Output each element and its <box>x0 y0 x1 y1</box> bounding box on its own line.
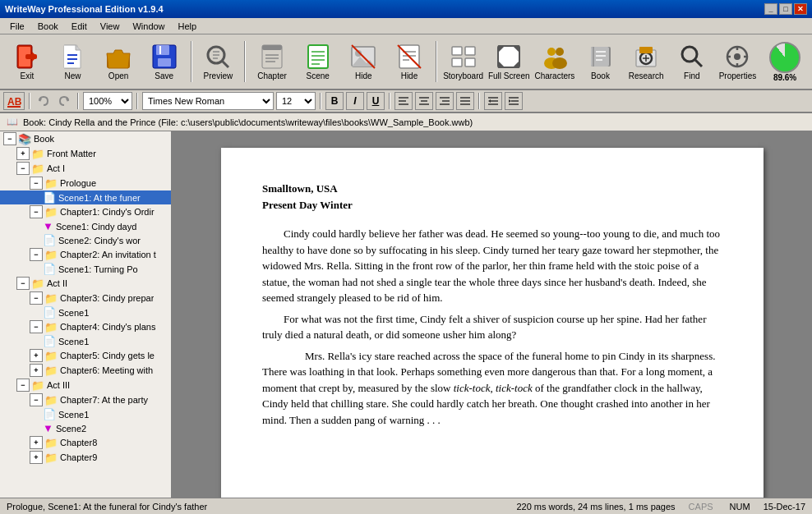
new-button[interactable]: New <box>51 38 95 85</box>
fullscreen-button[interactable]: Full Screen <box>487 38 531 85</box>
act-iii-icon: 📁 <box>31 379 44 392</box>
book-button[interactable]: Book <box>579 38 623 85</box>
italic-button[interactable]: I <box>346 92 364 110</box>
sidebar-item-chapter4[interactable]: − 📁 Chapter4: Cindy's plans <box>0 319 171 334</box>
close-button[interactable]: ✕ <box>794 3 807 15</box>
sidebar-item-front-matter[interactable]: + 📁 Front Matter <box>0 146 171 161</box>
expand-chapter4[interactable]: − <box>30 320 43 333</box>
zoom-select[interactable]: 100% <box>83 92 132 110</box>
expand-chapter1[interactable]: − <box>30 205 43 218</box>
expand-front-matter[interactable]: + <box>16 147 30 160</box>
act-i-label: Act I <box>47 163 65 173</box>
sidebar-item-chapter2[interactable]: − 📁 Chapter2: An invitation t <box>0 247 171 262</box>
sidebar-item-scene1-ch4[interactable]: 📄 Scene1 <box>0 334 171 348</box>
find-button[interactable]: Find <box>670 38 714 85</box>
format-sep-5 <box>389 93 390 109</box>
hide-format-button[interactable]: Hide <box>387 38 431 85</box>
font-size-select[interactable]: 12 <box>276 92 316 110</box>
align-center-button[interactable] <box>415 92 433 110</box>
redo-button[interactable] <box>55 92 73 110</box>
scene2-cindy-icon: 📄 <box>43 234 56 246</box>
expand-chapter2[interactable]: − <box>30 248 43 261</box>
paragraph-1[interactable]: Cindy could hardly believe her father wa… <box>262 226 722 306</box>
find-label: Find <box>684 71 699 80</box>
svg-rect-40 <box>452 58 462 67</box>
align-right-button[interactable] <box>436 92 454 110</box>
paragraph-3[interactable]: Mrs. Rella's icy stare reached across th… <box>262 348 722 429</box>
sidebar-item-chapter1[interactable]: − 📁 Chapter1: Cindy's Ordir <box>0 204 171 219</box>
open-button[interactable]: Open <box>96 38 141 85</box>
storyboard-button[interactable]: Storyboard <box>441 38 486 85</box>
sidebar-item-scene1-turning[interactable]: 📄 Scene1: Turning Po <box>0 262 171 276</box>
indent-increase-button[interactable] <box>505 92 523 110</box>
minimize-button[interactable]: _ <box>764 3 777 15</box>
sidebar-item-scene2-cindy[interactable]: 📄 Scene2: Cindy's wor <box>0 233 171 247</box>
sidebar-item-chapter7[interactable]: − 📁 Chapter7: At the party <box>0 392 171 407</box>
research-button[interactable]: Research <box>624 38 668 85</box>
align-left-button[interactable] <box>394 92 413 110</box>
exit-label: Exit <box>20 71 34 80</box>
sidebar-item-act-i[interactable]: − 📁 Act I <box>0 161 171 176</box>
menu-view[interactable]: View <box>94 20 127 33</box>
expand-prologue[interactable]: − <box>30 177 43 190</box>
underline-button[interactable]: U <box>367 92 385 110</box>
exit-button[interactable]: Exit <box>5 38 49 85</box>
sidebar-item-scene1-ch7[interactable]: 📄 Scene1 <box>0 407 171 421</box>
save-button[interactable]: Save <box>142 38 187 85</box>
sidebar-item-chapter8[interactable]: + 📁 Chapter8 <box>0 435 171 450</box>
preview-button[interactable]: Preview <box>196 38 241 85</box>
sidebar-item-scene1-dayd[interactable]: ▼ Scene1: Cindy dayd <box>0 219 171 233</box>
title-bar: WriteWay Professional Edition v1.9.4 _ □… <box>0 0 812 18</box>
characters-button[interactable]: Characters <box>533 38 577 85</box>
menu-book[interactable]: Book <box>31 20 65 33</box>
svg-marker-3 <box>32 52 37 62</box>
sidebar-item-chapter3[interactable]: − 📁 Chapter3: Cindy prepar <box>0 291 171 305</box>
expand-chapter5[interactable]: + <box>30 349 43 362</box>
expand-act-ii[interactable]: − <box>16 277 30 290</box>
expand-chapter6[interactable]: + <box>30 364 43 377</box>
font-select[interactable]: Times New Roman <box>142 92 274 110</box>
align-justify-button[interactable] <box>456 92 474 110</box>
properties-button[interactable]: Properties <box>716 38 760 85</box>
sidebar-item-scene2-ch7[interactable]: ▼ Scene2 <box>0 421 171 435</box>
expand-chapter3[interactable]: − <box>30 291 43 305</box>
sidebar-item-chapter6[interactable]: + 📁 Chapter6: Meeting with <box>0 363 171 378</box>
scene-button[interactable]: Scene <box>296 38 340 85</box>
undo-button[interactable] <box>35 92 53 110</box>
page[interactable]: Smalltown, USA Present Day Winter Cindy … <box>221 148 764 498</box>
scene2-ch7-icon: ▼ <box>43 422 53 434</box>
menu-edit[interactable]: Edit <box>65 20 94 33</box>
menu-help[interactable]: Help <box>172 20 204 33</box>
indent-decrease-button[interactable] <box>484 92 502 110</box>
usage-indicator: 89.6% <box>763 42 807 82</box>
expand-act-iii[interactable]: − <box>16 379 30 392</box>
sidebar-item-act-iii[interactable]: − 📁 Act III <box>0 378 171 392</box>
svg-point-46 <box>552 57 567 69</box>
menu-window[interactable]: Window <box>126 20 171 33</box>
menu-file[interactable]: File <box>3 20 31 33</box>
sidebar-item-chapter9[interactable]: + 📁 Chapter9 <box>0 450 171 465</box>
properties-icon <box>724 44 750 70</box>
sidebar-item-scene1-funeral[interactable]: 📄 Scene1: At the funer <box>0 190 171 204</box>
sidebar-item-act-ii[interactable]: − 📁 Act II <box>0 276 171 291</box>
status-right: 220 ms words, 24 ms lines, 1 ms pages CA… <box>516 502 805 512</box>
scene1-funeral-label: Scene1: At the funer <box>58 193 141 203</box>
sidebar-item-scene1-ch3[interactable]: 📄 Scene1 <box>0 305 171 319</box>
chapter-button[interactable]: Chapter <box>250 38 294 85</box>
expand-chapter9[interactable]: + <box>30 451 43 464</box>
document-area[interactable]: Smalltown, USA Present Day Winter Cindy … <box>173 131 812 498</box>
spell-check-button[interactable]: ABC <box>3 92 25 110</box>
expand-chapter8[interactable]: + <box>30 436 43 449</box>
sidebar-item-prologue[interactable]: − 📁 Prologue <box>0 176 171 190</box>
maximize-button[interactable]: □ <box>779 3 792 15</box>
expand-chapter7[interactable]: − <box>30 393 43 406</box>
sidebar-item-chapter5[interactable]: + 📁 Chapter5: Cindy gets le <box>0 348 171 363</box>
hide-image-button[interactable]: Hide <box>341 38 385 85</box>
new-icon <box>59 44 85 70</box>
sidebar-item-book[interactable]: − 📚 Book <box>0 131 171 146</box>
paragraph-2[interactable]: For what was not the first time, Cindy f… <box>262 311 722 343</box>
title-bar-title: WriteWay Professional Edition v1.9.4 <box>5 4 164 14</box>
expand-act-i[interactable]: − <box>16 162 30 175</box>
bold-button[interactable]: B <box>325 92 344 110</box>
expand-book[interactable]: − <box>3 132 16 145</box>
